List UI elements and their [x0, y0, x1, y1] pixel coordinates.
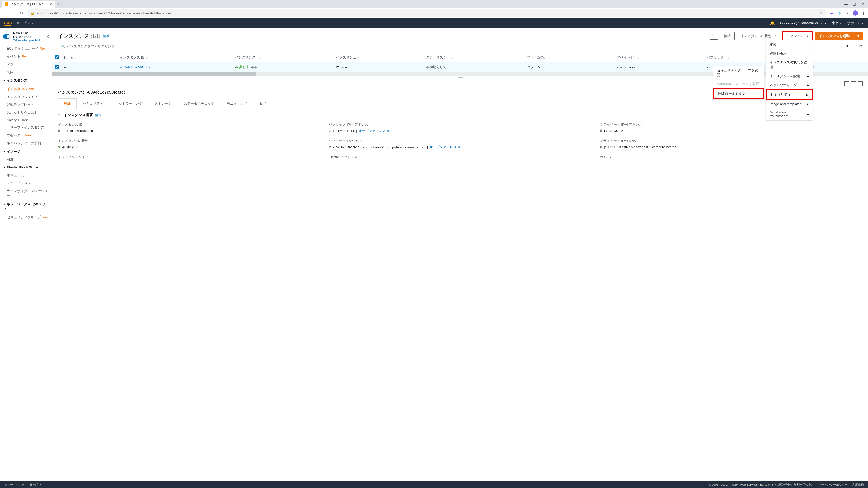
actions-menu-item[interactable]: インスタンスの設定▶ [766, 72, 813, 80]
tab-close-icon[interactable]: × [50, 2, 52, 6]
connect-button[interactable]: 接続 [720, 32, 735, 40]
search-box[interactable]: 🔍 [58, 42, 220, 50]
view-layout-2-icon[interactable] [851, 82, 856, 86]
submenu-item[interactable]: IAM ロールを変更 [713, 89, 764, 99]
sidebar-section-title[interactable]: Elastic Block Store [0, 163, 52, 171]
actions-menu-item[interactable]: インスタンスの状態を管理 [766, 58, 813, 72]
notifications-icon[interactable]: 🔔 [770, 21, 775, 26]
reload-icon[interactable]: ⟳ [19, 11, 24, 16]
maximize-icon[interactable]: ☐ [853, 2, 856, 6]
filter-state-icon[interactable]: ⊕⊖ [251, 65, 257, 69]
sidebar-item[interactable]: Savings Plans [0, 117, 52, 124]
details-tab[interactable]: モニタリング [220, 98, 253, 109]
copy-icon[interactable]: ⧉ [58, 129, 60, 133]
details-tab[interactable]: ネットワーキング [109, 98, 149, 109]
sidebar-item[interactable]: インスタンスタイプ [0, 93, 52, 101]
sidebar-section-title[interactable]: インスタンス [0, 76, 52, 85]
support-menu[interactable]: サポート [847, 21, 864, 26]
sidebar-item[interactable]: ボリューム [0, 171, 52, 179]
actions-menu-item[interactable]: ネットワーキング▶ [766, 80, 813, 90]
close-banner-icon[interactable]: × [46, 34, 49, 39]
copy-icon[interactable]: ⧉ [600, 145, 602, 149]
sidebar-item[interactable]: インスタンスNew [0, 85, 52, 93]
back-icon[interactable]: ← [2, 11, 7, 15]
sidebar-item[interactable]: セキュリティグループNew [0, 213, 52, 221]
actions-menu-item[interactable]: Image and templates▶ [766, 100, 813, 108]
column-header[interactable]: アベイラビ...▽ [614, 53, 704, 62]
row-checkbox[interactable] [55, 65, 59, 69]
sidebar-section-title[interactable]: イメージ [0, 147, 52, 156]
page-next-icon[interactable]: 〉 [852, 44, 856, 49]
sidebar-section-title[interactable]: ネットワーク & セキュリティ [0, 200, 52, 213]
label-private-dns: プライベート IPv4 DNS [600, 138, 863, 143]
submenu-item[interactable]: セキュリティグループを変更 [713, 66, 764, 79]
column-header[interactable]: Name▽ [61, 53, 117, 62]
services-menu[interactable]: サービス [17, 21, 33, 26]
sidebar-item[interactable]: スナップショット [0, 179, 52, 187]
sidebar-item[interactable]: キャパシティーの予約 [0, 139, 52, 147]
view-layout-1-icon[interactable] [844, 82, 849, 86]
copy-icon[interactable]: ⧉ [600, 129, 602, 133]
sidebar-item[interactable]: イベントNew [0, 53, 52, 60]
url-field[interactable]: 🔒 ap-northeast-1.console.aws.amazon.com/… [27, 9, 826, 17]
sidebar-item[interactable]: リザーブドインスタンス [0, 124, 52, 131]
minimize-icon[interactable]: — [844, 2, 847, 6]
column-header[interactable]: アラームの...▽ [524, 53, 614, 62]
close-window-icon[interactable]: ✕ [861, 2, 864, 6]
column-header[interactable]: ステータスチ...▽ [423, 53, 524, 62]
aws-logo[interactable]: aws [4, 21, 12, 26]
cell-type: t2.micro [333, 62, 423, 72]
search-input[interactable] [67, 44, 218, 48]
new-tab-button[interactable]: + [57, 2, 60, 7]
star-icon[interactable]: ☆ [820, 11, 823, 15]
profile-icon[interactable]: h [853, 10, 858, 16]
cell-instance-id[interactable]: i-0894c1c7c58fcf3cc [120, 65, 151, 69]
actions-menu-item[interactable]: 詳細を表示 [766, 49, 813, 58]
open-address-link[interactable]: オープンアドレス ⧉ [359, 129, 389, 133]
menu-dots-icon[interactable]: ⋮ [861, 10, 866, 16]
sidebar-item[interactable]: EC2 ダッシュボードNew [0, 44, 52, 53]
extension-icon-2[interactable]: ⊕ [837, 10, 842, 16]
settings-gear-icon[interactable]: ⚙ [859, 44, 863, 49]
copy-icon[interactable]: ⧉ [329, 145, 331, 149]
page-prev-icon[interactable]: 〈 [839, 44, 843, 49]
extensions-puzzle-icon[interactable]: ✦ [845, 10, 850, 16]
column-header[interactable]: インスタン...▽ [333, 53, 423, 62]
open-address-link-2[interactable]: オープンアドレス ⧉ [429, 145, 460, 150]
details-tab[interactable]: タグ [253, 98, 272, 109]
column-header[interactable]: インスタンス ID▽ [117, 53, 232, 62]
launch-instance-button[interactable]: インスタンスを起動 [815, 32, 854, 40]
select-all-checkbox[interactable] [55, 55, 59, 59]
column-header[interactable]: インスタンス...▽ [232, 53, 333, 62]
forward-icon[interactable]: → [10, 11, 16, 15]
browser-tab[interactable]: インスタンス | EC2 Management Co × [2, 1, 55, 8]
actions-menu-item[interactable]: セキュリティ▶ [766, 90, 813, 100]
sidebar-item[interactable]: スポットリクエスト [0, 109, 52, 117]
add-alarm-icon[interactable]: + [544, 65, 546, 69]
account-menu[interactable]: kazaana @ 5769-5092-0858 [780, 21, 827, 25]
details-tab[interactable]: 詳細 [58, 98, 76, 109]
actions-button[interactable]: アクション [782, 31, 813, 40]
details-tab[interactable]: セキュリティ [76, 98, 109, 109]
info-link[interactable]: 情報 [103, 34, 110, 38]
launch-instance-dropdown[interactable]: ▼ [854, 32, 863, 40]
extension-icon-1[interactable]: ◆ [829, 10, 834, 16]
sidebar-item[interactable]: 制限 [0, 68, 52, 76]
sidebar-item[interactable]: 起動テンプレート [0, 101, 52, 109]
actions-menu-item[interactable]: Monitor and troubleshoot▶ [766, 108, 813, 120]
view-layout-3-icon[interactable] [858, 82, 863, 86]
instance-summary-expander[interactable]: インスタンス概要 情報 [58, 109, 863, 120]
new-experience-toggle[interactable] [3, 34, 10, 39]
region-menu[interactable]: 東京 [832, 21, 842, 26]
instance-state-button[interactable]: インスタンスの状態 [737, 32, 780, 40]
details-tab[interactable]: ストレージ [149, 98, 178, 109]
actions-menu-item[interactable]: 接続 [766, 40, 813, 49]
sidebar-item[interactable]: ライフサイクルマネージャー [0, 187, 52, 200]
copy-icon[interactable]: ⧉ [329, 129, 331, 133]
sidebar-item[interactable]: タグ [0, 60, 52, 68]
new-experience-subtitle[interactable]: Tell us what you think [13, 39, 43, 42]
refresh-button[interactable]: ⟳ [710, 33, 718, 40]
sidebar-item[interactable]: 専有ホストNew [0, 131, 52, 139]
sidebar-item[interactable]: AMI [0, 156, 52, 163]
details-tab[interactable]: ステータスチェック [178, 98, 220, 109]
